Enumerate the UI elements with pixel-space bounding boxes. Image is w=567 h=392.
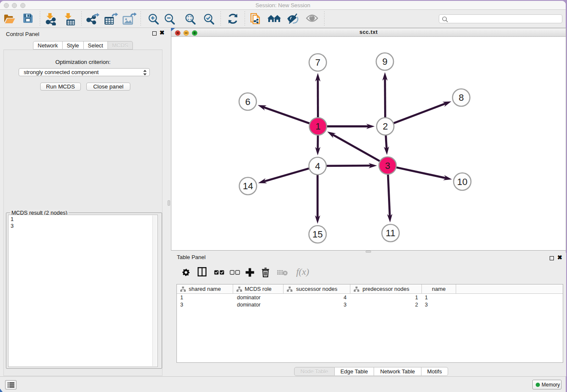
svg-text:1: 1 [315,121,320,132]
svg-text:9: 9 [382,56,387,67]
svg-text:11: 11 [385,228,395,238]
svg-text:10: 10 [457,176,467,187]
svg-text:6: 6 [245,96,250,107]
svg-text:2: 2 [383,121,388,132]
svg-text:14: 14 [242,181,253,191]
svg-text:4: 4 [315,160,320,171]
svg-text:8: 8 [458,92,463,103]
svg-text:15: 15 [312,229,322,240]
svg-text:7: 7 [315,57,320,68]
svg-text:3: 3 [385,160,390,171]
